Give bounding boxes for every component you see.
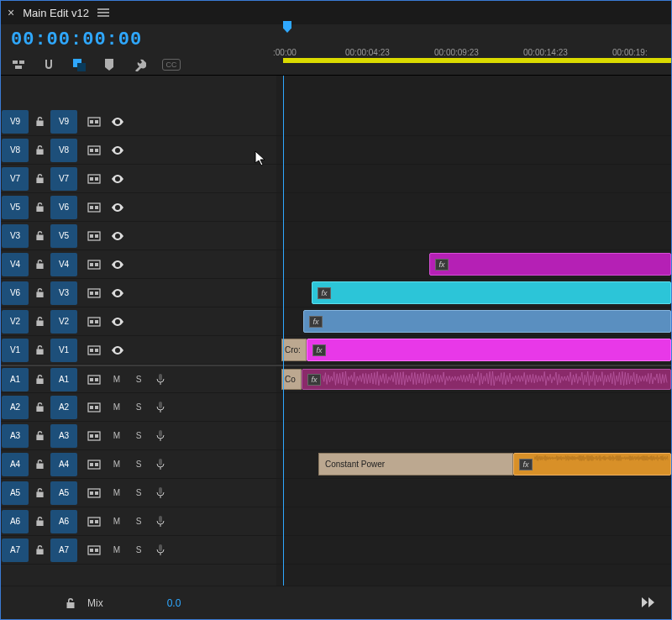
mute-button[interactable]: M [107,424,127,448]
linked-selection-icon[interactable] [71,57,87,72]
toggle-output-icon[interactable] [107,253,129,276]
fx-badge-icon[interactable]: fx [435,259,449,271]
track-target[interactable]: A7 [50,539,77,562]
playhead-line[interactable] [283,76,284,586]
lock-icon[interactable] [61,591,80,615]
lock-icon[interactable] [30,310,49,334]
fx-badge-icon[interactable]: fx [312,344,326,356]
solo-button[interactable]: S [129,368,149,391]
track-target[interactable]: A4 [50,453,77,476]
source-patch[interactable]: A7 [2,539,29,562]
lock-icon[interactable] [30,339,49,362]
solo-button[interactable]: S [129,453,149,476]
mute-button[interactable]: M [107,396,127,419]
sync-lock-icon[interactable] [83,310,105,334]
track-target[interactable]: V1 [50,339,77,362]
audio-transition[interactable]: Co [281,369,302,390]
audio-clip[interactable]: fx [302,369,671,390]
source-patch[interactable]: A1 [2,368,29,391]
lock-icon[interactable] [30,253,49,276]
time-ruler[interactable]: :00:00 00:00:04:23 00:00:09:23 00:00:14:… [276,24,671,75]
mute-button[interactable]: M [107,481,127,505]
track-content-area[interactable]: fxfxfxCro: fx Co fxConstant Power fx [276,76,671,586]
track-lane[interactable] [276,422,671,450]
solo-button[interactable]: S [129,396,149,419]
track-lane[interactable]: fx [276,279,671,307]
fx-badge-icon[interactable]: fx [519,459,533,470]
work-area-bar[interactable] [283,58,671,63]
sync-lock-icon[interactable] [83,396,105,419]
video-clip[interactable]: fx [429,253,671,276]
voiceover-icon[interactable] [150,481,171,505]
solo-button[interactable]: S [129,424,149,448]
source-patch[interactable]: A2 [2,396,29,419]
track-target[interactable]: V3 [50,281,77,305]
track-lane[interactable]: Co fx [276,365,671,393]
track-lane[interactable] [276,136,671,165]
lock-icon[interactable] [30,510,49,533]
insert-override-icon[interactable] [11,57,26,72]
source-patch[interactable]: V9 [2,110,29,134]
source-patch[interactable]: V4 [2,253,29,276]
source-patch[interactable]: A6 [2,510,29,533]
track-lane[interactable]: Cro: fx [276,336,671,365]
sync-lock-icon[interactable] [83,453,105,476]
lock-icon[interactable] [30,481,49,505]
track-target[interactable]: A3 [50,424,77,448]
lock-icon[interactable] [30,139,49,162]
track-target[interactable]: V2 [50,310,77,334]
voiceover-icon[interactable] [150,510,171,533]
playhead-timecode[interactable]: 00:00:00:00 [11,29,266,50]
mute-button[interactable]: M [107,510,127,533]
lock-icon[interactable] [30,196,49,219]
source-patch[interactable]: V3 [2,224,29,248]
captions-icon[interactable]: CC [162,59,181,71]
sync-lock-icon[interactable] [83,224,105,248]
toggle-output-icon[interactable] [107,196,129,219]
toggle-output-icon[interactable] [107,139,129,162]
toggle-output-icon[interactable] [107,224,129,248]
voiceover-icon[interactable] [150,368,171,391]
lock-icon[interactable] [30,424,49,448]
sync-lock-icon[interactable] [83,139,105,162]
sequence-tab-title[interactable]: Main Edit v12 [23,7,89,19]
lock-icon[interactable] [30,396,49,419]
lock-icon[interactable] [30,167,49,191]
toggle-output-icon[interactable] [107,310,129,334]
sync-lock-icon[interactable] [83,424,105,448]
track-target[interactable]: A1 [50,368,77,391]
track-lane[interactable] [276,507,671,536]
source-patch[interactable]: V1 [2,339,29,362]
source-patch[interactable]: A4 [2,453,29,476]
track-lane[interactable] [276,222,671,250]
marker-icon[interactable] [102,57,117,72]
track-target[interactable]: A2 [50,396,77,419]
video-clip[interactable]: fx [303,310,671,333]
sync-lock-icon[interactable] [83,339,105,362]
mix-volume-value[interactable]: 0.0 [167,597,181,609]
sync-lock-icon[interactable] [83,481,105,505]
track-target[interactable]: A5 [50,481,77,505]
audio-transition[interactable]: Constant Power [318,453,513,476]
track-target[interactable]: V6 [50,196,77,219]
solo-button[interactable]: S [129,539,149,562]
track-target[interactable]: A6 [50,510,77,533]
toggle-output-icon[interactable] [107,339,129,362]
source-patch[interactable]: V2 [2,310,29,334]
wrench-icon[interactable] [132,57,147,72]
solo-button[interactable]: S [129,481,149,505]
track-lane[interactable] [276,479,671,507]
voiceover-icon[interactable] [150,424,171,448]
track-target[interactable]: V8 [50,139,77,162]
sync-lock-icon[interactable] [83,368,105,391]
close-tab-button[interactable]: × [8,6,14,19]
audio-clip[interactable]: fx [513,453,671,476]
track-lane[interactable] [276,193,671,222]
sync-lock-icon[interactable] [83,196,105,219]
sync-lock-icon[interactable] [83,110,105,134]
panel-menu-icon[interactable] [96,7,111,18]
source-patch[interactable]: A3 [2,424,29,448]
track-lane[interactable] [276,108,671,136]
playhead-indicator[interactable] [283,21,291,33]
toggle-output-icon[interactable] [107,167,129,191]
